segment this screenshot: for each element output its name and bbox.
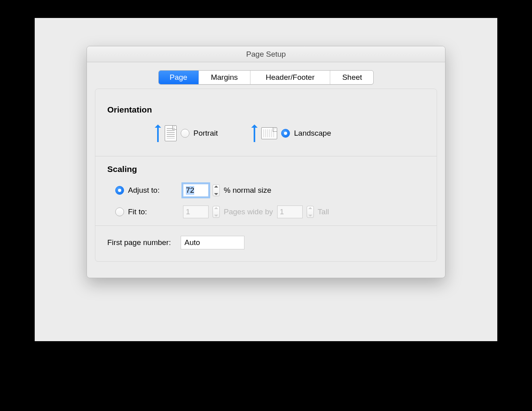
scaling-heading: Scaling — [107, 164, 425, 174]
chevron-up-icon — [214, 207, 218, 209]
adjust-to-label: Adjust to: — [128, 186, 160, 195]
tab-sheet[interactable]: Sheet — [330, 71, 374, 84]
landscape-page-icon — [261, 127, 277, 139]
fit-to-label: Fit to: — [128, 207, 147, 216]
fit-to-controls: Pages wide by Tall — [183, 206, 425, 218]
adjust-to-controls: % normal size — [183, 184, 425, 197]
dialog-title: Page Setup — [246, 50, 286, 59]
portrait-page-icon — [165, 125, 177, 141]
scaling-adjust-radio[interactable] — [115, 186, 124, 195]
separator — [95, 225, 437, 226]
fit-pages-tall-input[interactable] — [277, 206, 303, 218]
first-page-number-row: First page number: — [107, 236, 425, 249]
fit-pages-tall-stepper[interactable] — [307, 206, 314, 218]
adjust-to-suffix: % normal size — [224, 186, 271, 195]
adjust-to-input[interactable] — [183, 184, 209, 197]
scaling-fit-radio[interactable] — [115, 207, 124, 216]
separator — [95, 156, 437, 156]
scaling-options: Adjust to: % normal size Fit to: — [107, 184, 425, 218]
orientation-heading: Orientation — [107, 105, 425, 115]
arrow-up-icon — [252, 124, 257, 142]
orientation-landscape-option[interactable]: Landscape — [252, 124, 331, 142]
chevron-up-icon — [308, 207, 312, 209]
tab-bar: Page Margins Header/Footer Sheet — [158, 70, 374, 85]
fit-pages-wide-input[interactable] — [183, 206, 209, 218]
tab-margins[interactable]: Margins — [199, 71, 250, 84]
first-page-number-input[interactable] — [181, 236, 244, 249]
fit-pages-wide-stepper[interactable] — [213, 206, 220, 218]
desktop-background: Page Setup Page Margins Header/Footer Sh… — [35, 18, 497, 341]
orientation-portrait-option[interactable]: Portrait — [155, 124, 218, 142]
page-setup-dialog: Page Setup Page Margins Header/Footer Sh… — [87, 46, 445, 278]
dialog-body: Page Margins Header/Footer Sheet Orienta… — [87, 62, 445, 278]
fit-between-label: Pages wide by — [224, 207, 273, 216]
chevron-down-icon — [308, 215, 312, 217]
first-page-label: First page number: — [107, 238, 171, 247]
chevron-up-icon — [214, 186, 218, 188]
tab-header-footer[interactable]: Header/Footer — [250, 71, 330, 84]
orientation-options: Portrait Landscape — [107, 124, 425, 142]
tab-content: Orientation Portrait Landscape — [95, 89, 437, 262]
portrait-label: Portrait — [193, 129, 218, 138]
arrow-up-icon — [155, 124, 161, 142]
fit-tall-label: Tall — [318, 207, 329, 216]
orientation-landscape-radio[interactable] — [281, 129, 290, 138]
chevron-down-icon — [214, 193, 218, 195]
landscape-label: Landscape — [294, 129, 331, 138]
dialog-titlebar: Page Setup — [87, 46, 445, 62]
scaling-adjust-to-option[interactable]: Adjust to: — [115, 186, 183, 195]
tab-page[interactable]: Page — [159, 71, 199, 84]
chevron-down-icon — [214, 215, 218, 217]
adjust-to-stepper[interactable] — [213, 184, 220, 196]
orientation-portrait-radio[interactable] — [181, 129, 189, 138]
scaling-fit-to-option[interactable]: Fit to: — [115, 207, 183, 216]
